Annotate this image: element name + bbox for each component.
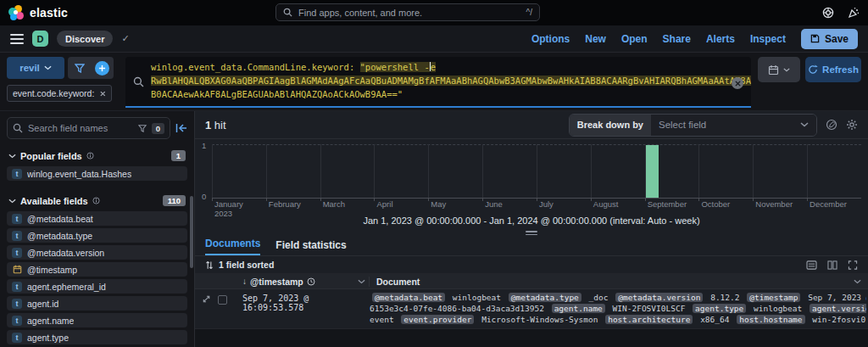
collapse-sidebar-icon[interactable]: [175, 123, 187, 133]
text-field-icon: t: [12, 299, 22, 309]
x-axis-label-january: January2023: [212, 199, 266, 218]
field-filter-icon[interactable]: [138, 125, 147, 132]
nav-link-alerts[interactable]: Alerts: [706, 33, 735, 45]
histogram-chart[interactable]: 1 0 January2023FebruaryMarchAprilMayJune…: [195, 139, 868, 215]
row-checkbox[interactable]: [218, 295, 227, 305]
text-field-icon: t: [12, 231, 22, 241]
doc-field-badge: host.hostname: [737, 315, 804, 324]
clock-icon: [307, 277, 315, 286]
popular-fields-header[interactable]: Popular fields 1: [8, 150, 186, 161]
nav-link-share[interactable]: Share: [663, 33, 691, 45]
saved-query-filter-button[interactable]: [68, 57, 91, 79]
text-field-icon: t: [12, 282, 22, 292]
gear-icon[interactable]: [846, 119, 858, 131]
field-item-@timestamp[interactable]: @timestamp: [7, 262, 187, 277]
nav-link-inspect[interactable]: Inspect: [750, 33, 786, 45]
nav-link-options[interactable]: Options: [531, 33, 570, 45]
histogram-bar[interactable]: [646, 145, 659, 198]
check-icon: ✓: [121, 33, 129, 44]
sort-icon[interactable]: [205, 260, 214, 270]
field-item-@metadata.type[interactable]: t@metadata.type: [7, 228, 187, 243]
field-item-agent.type[interactable]: tagent.type: [7, 330, 187, 344]
refresh-button[interactable]: Refresh: [805, 57, 861, 82]
month-gridline: [212, 144, 266, 198]
popular-fields-count: 1: [171, 150, 186, 161]
chevron-down-icon[interactable]: [358, 279, 365, 284]
x-axis-label-july: July: [537, 199, 591, 218]
available-fields-list: t@metadata.beatt@metadata.typet@metadata…: [7, 211, 187, 347]
row-height-icon[interactable]: [806, 260, 817, 270]
field-item-winlog.event_data.Hashes[interactable]: twinlog.event_data.Hashes: [7, 166, 187, 181]
doc-field-value: Sep 7, 2023 @ 16:09:53.578: [808, 293, 866, 302]
menu-icon[interactable]: [10, 34, 24, 44]
remove-filter-icon[interactable]: [100, 91, 106, 97]
query-text-line1: winlog.event_data.CommandLine.keyword: "…: [151, 60, 729, 74]
tab-documents[interactable]: Documents: [205, 238, 260, 255]
text-field-icon: t: [12, 248, 22, 258]
x-axis-label-december: December: [807, 199, 861, 218]
available-fields-header[interactable]: Available fields 110: [8, 195, 186, 206]
month-gridline: [698, 144, 753, 198]
nav-link-new[interactable]: New: [585, 33, 606, 45]
filter-icon: [75, 64, 85, 73]
document-summary-line: 6153e3c4-07fe-4086-ba04-d3aca3d13952 age…: [370, 303, 866, 314]
fields-sorted-label[interactable]: 1 field sorted: [219, 260, 274, 270]
doc-field-value: win-2fosvi0lscf: [812, 315, 866, 324]
refresh-icon: [808, 64, 818, 75]
doc-field-badge: agent.type: [693, 304, 746, 313]
row-document-summary: @metadata.beat winlogbeat @metadata.type…: [370, 292, 868, 325]
panel-resize-handle[interactable]: [195, 229, 868, 237]
query-input[interactable]: winlog.event_data.CommandLine.keyword: "…: [125, 57, 751, 108]
chevron-down-icon: [783, 68, 790, 72]
space-avatar[interactable]: D: [32, 31, 48, 47]
elastic-brand[interactable]: elastic: [8, 5, 68, 20]
x-axis-label-may: May: [428, 199, 482, 218]
grid-columns-icon[interactable]: [827, 260, 837, 270]
field-item-agent.name[interactable]: tagent.name: [7, 313, 187, 327]
breadcrumb[interactable]: Discover: [57, 31, 113, 47]
text-field-icon: t: [12, 169, 22, 179]
clear-query-icon[interactable]: [732, 77, 743, 89]
field-item-agent.id[interactable]: tagent.id: [7, 296, 187, 311]
elastic-logo-icon: [8, 5, 24, 20]
field-name: agent.ephemeral_id: [27, 282, 106, 292]
field-name: agent.name: [27, 316, 74, 326]
add-filter-button[interactable]: [91, 57, 114, 79]
save-button[interactable]: Save: [801, 29, 858, 49]
nav-link-open[interactable]: Open: [621, 33, 648, 45]
document-row[interactable]: Sep 7, 2023 @ 16:09:53.578 @metadata.bea…: [195, 289, 868, 329]
chevron-down-icon[interactable]: [854, 279, 861, 284]
expand-row-icon[interactable]: [202, 294, 211, 304]
tab-field-statistics[interactable]: Field statistics: [275, 239, 346, 255]
global-search-input[interactable]: Find apps, content, and more. ^/: [275, 3, 540, 21]
edit-visualization-icon[interactable]: [826, 119, 837, 131]
sidebar-scrollbar[interactable]: [190, 196, 193, 268]
chevron-down-icon: [800, 122, 809, 127]
field-search-input[interactable]: Search field names 0: [7, 117, 170, 139]
month-gridline: [428, 144, 482, 198]
breakdown-select[interactable]: Break down by Select field: [569, 114, 817, 137]
field-item-@metadata.version[interactable]: t@metadata.version: [7, 245, 187, 260]
timestamp-column-header[interactable]: ↓ @timestamp: [242, 277, 370, 287]
field-item-@metadata.beat[interactable]: t@metadata.beat: [7, 211, 187, 226]
chevron-down-icon: [44, 65, 52, 70]
x-axis-label-august: August: [591, 199, 645, 218]
help-icon[interactable]: [822, 7, 834, 19]
filter-pill[interactable]: event.code.keyword: 1: [7, 85, 112, 102]
field-item-agent.ephemeral_id[interactable]: tagent.ephemeral_id: [7, 279, 187, 294]
data-view-picker[interactable]: revil: [7, 57, 64, 79]
x-axis-label-june: June: [482, 199, 537, 218]
newsfeed-icon[interactable]: [848, 7, 860, 19]
doc-field-value: x86_64: [700, 315, 729, 324]
doc-field-value: Microsoft-Windows-Sysmon: [481, 315, 598, 324]
date-picker-button[interactable]: [758, 57, 800, 82]
document-column-header[interactable]: Document: [370, 277, 868, 287]
doc-field-value: _doc: [589, 293, 609, 302]
month-gridline: [537, 144, 591, 198]
doc-field-value: event: [370, 315, 394, 324]
doc-field-badge: agent.name: [552, 304, 605, 313]
info-icon: [92, 197, 100, 204]
x-axis-label-november: November: [753, 199, 807, 218]
fullscreen-icon[interactable]: [848, 260, 858, 270]
grid-header: ↓ @timestamp Document: [195, 274, 868, 289]
